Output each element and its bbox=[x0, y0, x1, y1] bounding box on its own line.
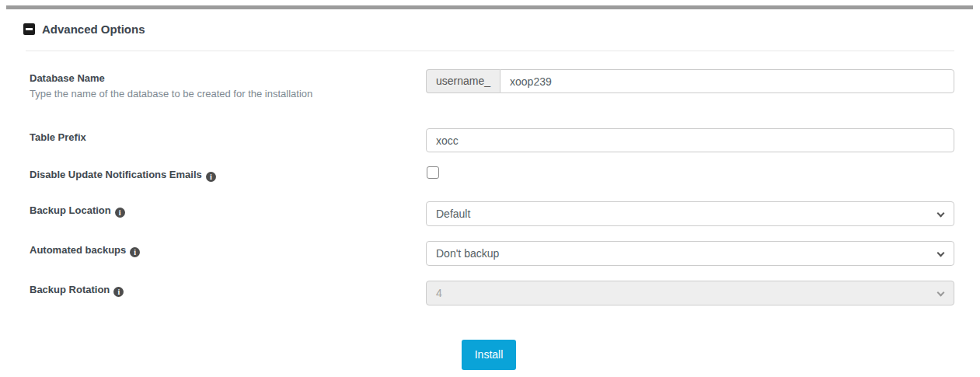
advanced-options-panel: Advanced Options Database Name Type the … bbox=[6, 5, 973, 370]
database-name-row: Database Name Type the name of the datab… bbox=[23, 69, 954, 100]
chevron-down-icon bbox=[937, 250, 945, 257]
backup-location-label: Backup Location bbox=[30, 204, 111, 217]
automated-backups-selected-value: Don't backup bbox=[436, 247, 499, 260]
page: Advanced Options Database Name Type the … bbox=[0, 0, 980, 377]
chevron-down-icon bbox=[937, 289, 945, 297]
backup-location-selected-value: Default bbox=[436, 208, 470, 220]
database-name-prefix-addon: username_ bbox=[426, 69, 500, 93]
info-icon[interactable]: i bbox=[206, 172, 216, 182]
database-name-description: Type the name of the database to be crea… bbox=[30, 87, 426, 100]
header-divider bbox=[26, 51, 954, 51]
advanced-options-form: Database Name Type the name of the datab… bbox=[23, 69, 954, 370]
backup-rotation-select: 4 bbox=[426, 281, 954, 305]
install-button[interactable]: Install bbox=[462, 340, 517, 370]
backup-location-row: Backup Locationi Default bbox=[23, 201, 954, 226]
info-icon[interactable]: i bbox=[113, 287, 124, 297]
collapse-minus-icon[interactable] bbox=[23, 23, 35, 35]
table-prefix-input[interactable] bbox=[426, 128, 954, 152]
backup-rotation-row: Backup Rotationi 4 bbox=[23, 281, 954, 305]
panel-title: Advanced Options bbox=[42, 23, 145, 36]
panel-header: Advanced Options bbox=[23, 23, 954, 36]
form-actions: Install bbox=[23, 340, 954, 370]
automated-backups-label: Automated backups bbox=[30, 243, 126, 257]
info-icon[interactable]: i bbox=[130, 247, 140, 257]
table-prefix-label: Table Prefix bbox=[30, 131, 86, 144]
table-prefix-row: Table Prefix bbox=[23, 128, 954, 152]
info-icon[interactable]: i bbox=[115, 208, 125, 218]
backup-rotation-selected-value: 4 bbox=[436, 287, 442, 299]
disable-update-notifications-label: Disable Update Notifications Emails bbox=[30, 168, 202, 181]
automated-backups-row: Automated backupsi Don't backup bbox=[23, 241, 954, 266]
automated-backups-select[interactable]: Don't backup bbox=[426, 241, 954, 266]
backup-rotation-label: Backup Rotation bbox=[30, 283, 110, 296]
database-name-input-group: username_ bbox=[426, 69, 954, 93]
disable-update-notifications-checkbox[interactable] bbox=[427, 166, 439, 179]
database-name-label: Database Name bbox=[30, 72, 105, 85]
chevron-down-icon bbox=[937, 210, 945, 218]
database-name-input[interactable] bbox=[500, 69, 954, 93]
disable-update-notifications-row: Disable Update Notifications Emailsi bbox=[23, 166, 954, 182]
backup-location-select[interactable]: Default bbox=[426, 201, 954, 226]
